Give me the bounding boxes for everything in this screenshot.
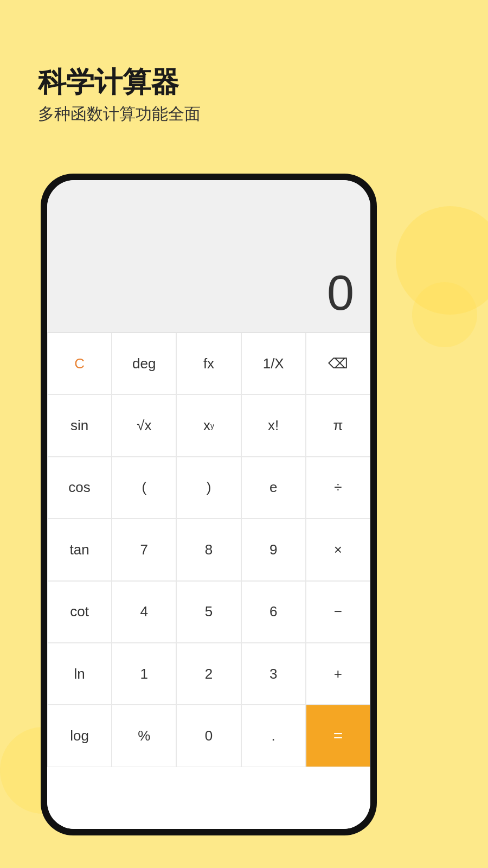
page-title: 科学计算器 [38,65,201,99]
1-button[interactable]: 1 [112,643,176,705]
7-button[interactable]: 7 [112,519,176,580]
add-button[interactable]: + [306,643,370,705]
header: 科学计算器 多种函数计算功能全面 [38,65,201,125]
multiply-button[interactable]: × [306,519,370,580]
open-paren-button[interactable]: ( [112,457,176,519]
phone-screen: 0 C deg fx 1/X ⌫ sin √x xy x! π cos ( ) [47,180,370,829]
display-area: 0 [47,180,370,332]
bg-decoration-2 [412,282,477,347]
keypad: C deg fx 1/X ⌫ sin √x xy x! π cos ( ) e … [47,332,370,829]
sqrt-button[interactable]: √x [112,394,176,456]
divide-button[interactable]: ÷ [306,457,370,519]
4-button[interactable]: 4 [112,581,176,643]
factorial-button[interactable]: x! [241,394,306,456]
cos-button[interactable]: cos [47,457,112,519]
ln-button[interactable]: ln [47,643,112,705]
display-value: 0 [327,265,354,321]
decimal-button[interactable]: . [241,705,306,767]
9-button[interactable]: 9 [241,519,306,580]
3-button[interactable]: 3 [241,643,306,705]
cot-button[interactable]: cot [47,581,112,643]
8-button[interactable]: 8 [176,519,241,580]
equals-button[interactable]: = [306,705,370,767]
pi-button[interactable]: π [306,394,370,456]
page-subtitle: 多种函数计算功能全面 [38,103,201,125]
6-button[interactable]: 6 [241,581,306,643]
5-button[interactable]: 5 [176,581,241,643]
0-button[interactable]: 0 [176,705,241,767]
deg-button[interactable]: deg [112,333,176,394]
close-paren-button[interactable]: ) [176,457,241,519]
reciprocal-button[interactable]: 1/X [241,333,306,394]
euler-button[interactable]: e [241,457,306,519]
2-button[interactable]: 2 [176,643,241,705]
backspace-button[interactable]: ⌫ [306,333,370,394]
power-button[interactable]: xy [176,394,241,456]
phone-frame: 0 C deg fx 1/X ⌫ sin √x xy x! π cos ( ) [41,174,377,835]
subtract-button[interactable]: − [306,581,370,643]
sin-button[interactable]: sin [47,394,112,456]
log-button[interactable]: log [47,705,112,767]
tan-button[interactable]: tan [47,519,112,580]
clear-button[interactable]: C [47,333,112,394]
function-button[interactable]: fx [176,333,241,394]
phone-wrapper: 0 C deg fx 1/X ⌫ sin √x xy x! π cos ( ) [41,174,377,835]
percent-button[interactable]: % [112,705,176,767]
